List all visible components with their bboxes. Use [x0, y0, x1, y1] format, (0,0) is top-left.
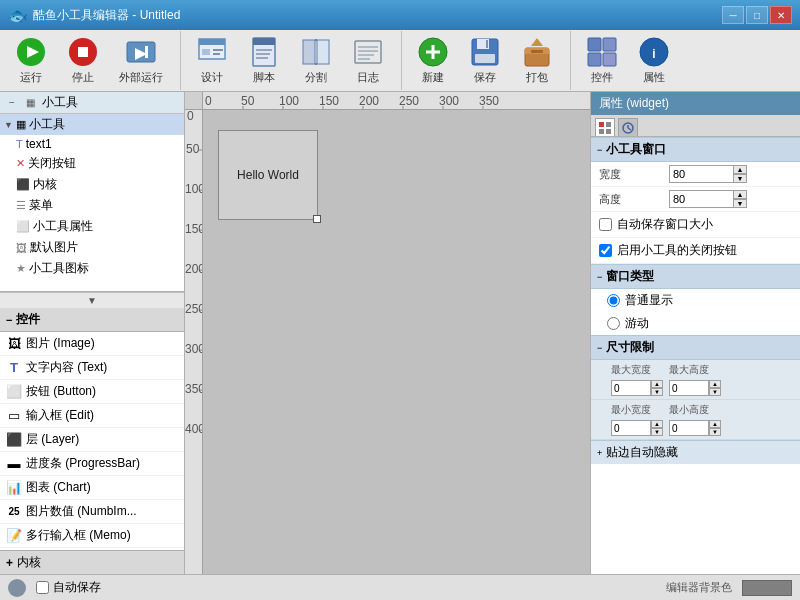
prop-width-down[interactable]: ▼ — [733, 174, 747, 183]
max-height-label: 最大高度 — [669, 363, 721, 377]
checkbox-auto-save[interactable] — [599, 218, 612, 231]
stop-button[interactable]: 停止 — [60, 31, 106, 90]
close-button[interactable]: ✕ — [770, 6, 792, 24]
max-width-up[interactable]: ▲ — [651, 380, 663, 388]
canvas-area[interactable]: 0 50 100 150 200 250 300 350 0 — [185, 92, 590, 574]
section-window-type-header[interactable]: − 窗口类型 — [591, 264, 800, 289]
max-width-down[interactable]: ▼ — [651, 388, 663, 396]
memo-ctrl-icon: 📝 — [6, 528, 22, 543]
widget-text: Hello World — [237, 168, 299, 182]
props-panel-button[interactable]: i 属性 — [631, 31, 677, 90]
tree-item-core[interactable]: ⬛ 内核 — [0, 174, 184, 195]
radio-float-label: 游动 — [625, 315, 649, 332]
min-width-down[interactable]: ▼ — [651, 428, 663, 436]
main-area: − ▦ 小工具 ▼ ▦ 小工具 T text1 ✕ 关闭按钮 ⬛ 内核 — [0, 92, 800, 574]
prop-height-input[interactable] — [669, 190, 734, 208]
tree-item-menu[interactable]: ☰ 菜单 — [0, 195, 184, 216]
control-edit[interactable]: ▭ 输入框 (Edit) — [0, 404, 184, 428]
props-tab-2[interactable] — [618, 118, 638, 136]
text-ctrl-icon: T — [6, 360, 22, 375]
autosave-checkbox[interactable] — [36, 581, 49, 594]
prop-height-up[interactable]: ▲ — [733, 190, 747, 199]
edit-ctrl-icon: ▭ — [6, 408, 22, 423]
controls-footer-label: 内核 — [17, 554, 41, 571]
run-button[interactable]: 运行 — [8, 31, 54, 90]
tree-minus-icon[interactable]: − — [4, 95, 20, 111]
svg-rect-13 — [253, 38, 275, 45]
radio-normal-row: 普通显示 — [591, 289, 800, 312]
max-height-input[interactable] — [669, 380, 709, 396]
canvas-widget[interactable]: Hello World — [218, 130, 318, 220]
control-progressbar[interactable]: ▬ 进度条 (ProgressBar) — [0, 452, 184, 476]
control-chart[interactable]: 📊 图表 (Chart) — [0, 476, 184, 500]
tree-item-root[interactable]: ▼ ▦ 小工具 — [0, 114, 184, 135]
canvas-content[interactable]: Hello World — [203, 110, 590, 574]
minimize-button[interactable]: ─ — [722, 6, 744, 24]
checkbox-enable-close[interactable] — [599, 244, 612, 257]
section-widget-window-header[interactable]: − 小工具窗口 — [591, 137, 800, 162]
editor-bg-color[interactable] — [742, 580, 792, 596]
min-height-down[interactable]: ▼ — [709, 428, 721, 436]
prop-width-up[interactable]: ▲ — [733, 165, 747, 174]
min-height-spin: ▲ ▼ — [709, 420, 721, 436]
design-button[interactable]: 设计 — [189, 31, 235, 90]
tree-grid-icon[interactable]: ▦ — [22, 95, 38, 111]
control-layer[interactable]: ⬛ 层 (Layer) — [0, 428, 184, 452]
new-button[interactable]: 新建 — [410, 31, 456, 90]
tree-item-widget-props[interactable]: ⬜ 小工具属性 — [0, 216, 184, 237]
section-border-auto-hide[interactable]: + 贴边自动隐藏 — [591, 440, 800, 464]
max-height-spin: ▲ ▼ — [709, 380, 721, 396]
save-icon — [469, 36, 501, 68]
tree-item-close-btn[interactable]: ✕ 关闭按钮 — [0, 153, 184, 174]
title-bar: 🐟 酷鱼小工具编辑器 - Untitled ─ □ ✕ — [0, 0, 800, 30]
min-height-input[interactable] — [669, 420, 709, 436]
control-image[interactable]: 🖼 图片 (Image) — [0, 332, 184, 356]
save-button[interactable]: 保存 — [462, 31, 508, 90]
widget-resize-handle[interactable] — [313, 215, 321, 223]
split-button[interactable]: 分割 — [293, 31, 339, 90]
svg-rect-8 — [199, 39, 225, 45]
svg-text:250: 250 — [399, 94, 419, 108]
control-chart-label: 图表 (Chart) — [26, 479, 91, 496]
pack-button[interactable]: 打包 — [514, 31, 560, 90]
widget-panel-button[interactable]: 控件 — [579, 31, 625, 90]
control-text[interactable]: T 文字内容 (Text) — [0, 356, 184, 380]
controls-header: − 控件 — [0, 308, 184, 332]
section-size-limit-header[interactable]: − 尺寸限制 — [591, 335, 800, 360]
max-height-up[interactable]: ▲ — [709, 380, 721, 388]
maximize-button[interactable]: □ — [746, 6, 768, 24]
svg-rect-31 — [486, 40, 488, 48]
section-collapse-icon: − — [597, 145, 602, 155]
svg-rect-18 — [317, 40, 329, 64]
script-button[interactable]: 脚本 — [241, 31, 287, 90]
image-ctrl-icon: 🖼 — [6, 336, 22, 351]
svg-line-83 — [628, 128, 631, 130]
control-memo[interactable]: 📝 多行输入框 (Memo) — [0, 524, 184, 548]
min-height-up[interactable]: ▲ — [709, 420, 721, 428]
props-tab-1[interactable] — [595, 118, 615, 136]
min-width-up[interactable]: ▲ — [651, 420, 663, 428]
control-numbimage[interactable]: 25 图片数值 (NumbIm... — [0, 500, 184, 524]
tree-item-default-img[interactable]: 🖼 默认图片 — [0, 237, 184, 258]
log-button[interactable]: 日志 — [345, 31, 391, 90]
tree-item-text1[interactable]: T text1 — [0, 135, 184, 153]
tree-item-widget-icon[interactable]: ★ 小工具图标 — [0, 258, 184, 279]
controls-footer[interactable]: + 内核 — [0, 550, 184, 574]
size-max-row: 最大宽度 ▲ ▼ 最大高度 ▲ ▼ — [591, 360, 800, 400]
max-width-label: 最大宽度 — [611, 363, 663, 377]
tree-scroll-down[interactable]: ▼ — [0, 292, 184, 308]
max-width-input[interactable] — [611, 380, 651, 396]
control-button[interactable]: ⬜ 按钮 (Button) — [0, 380, 184, 404]
prop-height-down[interactable]: ▼ — [733, 199, 747, 208]
min-width-input[interactable] — [611, 420, 651, 436]
radio-float[interactable] — [607, 317, 620, 330]
radio-normal[interactable] — [607, 294, 620, 307]
ext-run-button[interactable]: 外部运行 — [112, 31, 170, 90]
max-height-down[interactable]: ▼ — [709, 388, 721, 396]
min-height-label: 最小高度 — [669, 403, 721, 417]
layer-ctrl-icon: ⬛ — [6, 432, 22, 447]
tree-node-wicon-icon: ★ — [16, 262, 26, 275]
prop-height-value: ▲ ▼ — [669, 190, 792, 208]
status-app-icon[interactable] — [8, 579, 26, 597]
prop-width-input[interactable] — [669, 165, 734, 183]
